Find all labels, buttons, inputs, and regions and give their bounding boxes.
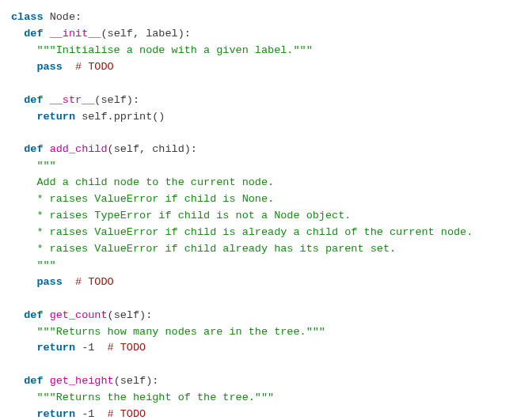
docstring: """Initialise a node with a given label.… xyxy=(36,44,312,56)
params: (self): xyxy=(94,94,139,106)
todo-comment: # TODO xyxy=(108,408,146,420)
return-keyword: return xyxy=(36,408,75,420)
params: (self, child): xyxy=(108,143,197,155)
def-keyword: def xyxy=(24,375,43,387)
class-name: Node xyxy=(50,11,75,23)
todo-comment: # TODO xyxy=(108,342,146,354)
colon: : xyxy=(75,11,82,23)
class-keyword: class xyxy=(11,11,44,23)
method-str: __str__ xyxy=(50,94,95,106)
docstring: """Returns how many nodes are in the tre… xyxy=(36,326,325,338)
docstring-line: * raises ValueError if child is already … xyxy=(36,226,473,238)
params: (self, label): xyxy=(101,28,190,40)
method-get-count: get_count xyxy=(50,309,108,321)
todo-comment: # TODO xyxy=(75,276,114,288)
docstring-line: * raises TypeError if child is not a Nod… xyxy=(36,210,351,221)
return-keyword: return xyxy=(36,111,75,123)
return-expr: -1 xyxy=(82,408,94,420)
docstring-line: * raises ValueError if child already has… xyxy=(36,243,396,255)
pass-keyword: pass xyxy=(36,61,62,73)
return-expr: -1 xyxy=(82,342,94,354)
docstring-line: * raises ValueError if child is None. xyxy=(36,193,274,205)
def-keyword: def xyxy=(24,94,43,106)
def-keyword: def xyxy=(24,28,43,40)
todo-comment: # TODO xyxy=(75,61,114,73)
pass-keyword: pass xyxy=(36,276,62,288)
docstring: """Returns the height of the tree.""" xyxy=(36,392,274,403)
docstring-line: Add a child node to the current node. xyxy=(36,176,274,188)
method-init: __init__ xyxy=(50,28,101,40)
docstring-close: """ xyxy=(36,259,55,271)
params: (self): xyxy=(108,309,153,321)
method-add-child: add_child xyxy=(50,143,108,155)
def-keyword: def xyxy=(24,143,43,155)
return-expr: self.pprint() xyxy=(82,111,165,123)
params: (self): xyxy=(114,375,159,387)
method-get-height: get_height xyxy=(50,375,114,387)
code-block: class Node: def __init__(self, label): "… xyxy=(0,0,517,420)
docstring-open: """ xyxy=(36,160,55,172)
def-keyword: def xyxy=(24,309,43,321)
return-keyword: return xyxy=(36,342,75,354)
